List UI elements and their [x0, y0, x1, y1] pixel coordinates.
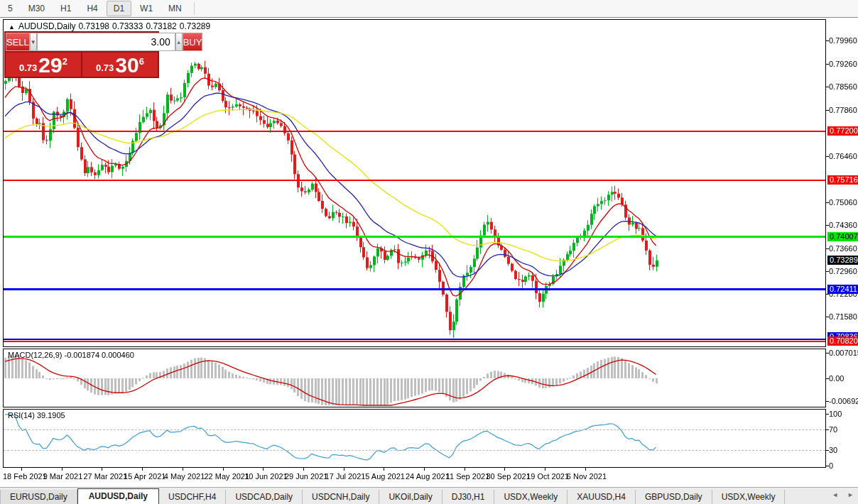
price-level-label: 0.75716: [827, 175, 858, 185]
price-tick-label: 0.79960: [829, 36, 857, 45]
price-tick-label: 0.72960: [829, 267, 857, 275]
tab-scroll-right-icon[interactable]: ►: [847, 491, 854, 498]
rsi-scale-label: 30: [829, 446, 837, 454]
chart-tab-usdcad-daily[interactable]: USDCAD,Daily: [226, 490, 303, 504]
one-click-trading-panel: SELL ▼ ▲ BUY 0.73 29 2 0.73 30 6: [4, 31, 159, 78]
ohlc-open: 0.73198: [79, 21, 109, 31]
price-level-line[interactable]: [4, 288, 825, 290]
ohlc-high: 0.73333: [112, 21, 143, 31]
date-tick-mark: [183, 468, 183, 471]
date-tick-mark: [585, 468, 586, 471]
date-axis-label[interactable]: 29 Jun 2021: [285, 472, 328, 481]
price-level-line[interactable]: [4, 180, 825, 181]
price-tick-label: 0.75060: [829, 198, 857, 207]
chart-symbol-title: ▲AUDUSD,Daily0.731980.733330.731820.7328…: [9, 21, 213, 31]
volume-input[interactable]: [37, 33, 175, 51]
date-axis-label[interactable]: 19 Oct 2021: [526, 472, 569, 481]
sell-button[interactable]: SELL: [6, 33, 30, 51]
symbol-label: AUDUSD,Daily: [18, 21, 76, 31]
collapse-triangle-icon[interactable]: ▲: [9, 23, 15, 31]
date-tick-mark: [21, 468, 22, 471]
price-level-label: 0.70820: [827, 336, 858, 346]
date-tick-mark: [263, 468, 264, 471]
chart-tab-ukoil-daily[interactable]: UKOil,Daily: [379, 490, 442, 504]
date-tick-mark: [545, 468, 545, 471]
price-tick-label: 0.74360: [829, 221, 857, 229]
macd-indicator-label: MACD(12,26,9) -0.001874 0.000460: [8, 351, 134, 359]
price-level-label: 0.77200: [827, 126, 858, 136]
volume-decrease-button[interactable]: ▼: [30, 33, 37, 51]
price-tick-label: 0.78560: [829, 82, 857, 91]
price-tick-label: 0.79260: [829, 60, 857, 68]
sell-price-small: 0.73: [19, 61, 37, 75]
buy-price-sup: 6: [139, 56, 144, 67]
rsi-level-line: [4, 429, 825, 430]
price-level-label: 0.74007: [827, 232, 858, 241]
date-axis-label[interactable]: 30 Sep 2021: [486, 472, 530, 481]
date-axis-label[interactable]: 10 Jun 2021: [244, 472, 288, 481]
macd-scale-label: 0.007015: [829, 349, 858, 357]
price-tick-label: 0.71580: [829, 312, 857, 321]
date-axis-label[interactable]: 27 Mar 2021: [83, 472, 127, 481]
chart-tab-usdchf-h4[interactable]: USDCHF,H4: [159, 490, 226, 504]
price-level-line[interactable]: [4, 341, 825, 342]
rsi-level-line: [4, 450, 825, 451]
chart-tab-audusd-daily[interactable]: AUDUSD,Daily: [77, 488, 159, 504]
date-axis-label[interactable]: 18 Feb 2021: [3, 472, 47, 481]
date-tick-mark: [102, 468, 102, 471]
trading-platform-window: 5M30H1H4D1W1MN ▲AUDUSD,Daily0.731980.733…: [0, 0, 858, 504]
date-axis-label[interactable]: 17 Jul 2021: [325, 472, 366, 481]
buy-button[interactable]: BUY: [183, 33, 203, 51]
buy-price-big: 30: [115, 55, 139, 75]
date-tick-mark: [62, 468, 63, 471]
chart-tab-usdcnh-daily[interactable]: USDCNH,Daily: [303, 490, 379, 504]
ohlc-low: 0.73182: [146, 21, 176, 31]
buy-price-display[interactable]: 0.73 30 6: [82, 53, 158, 77]
sell-price-sup: 2: [63, 56, 67, 67]
date-tick-mark: [303, 468, 304, 471]
price-level-line[interactable]: [4, 236, 825, 238]
date-axis-label[interactable]: 24 Aug 2021: [406, 472, 450, 481]
buy-price-small: 0.73: [96, 61, 114, 75]
chart-tab-gbpusd-daily[interactable]: GBPUSD,Daily: [636, 490, 712, 504]
date-tick-mark: [344, 468, 344, 471]
date-axis-label[interactable]: 22 May 2021: [205, 472, 250, 481]
chart-tab-usdx-weekly[interactable]: USDX,Weekly: [494, 490, 568, 504]
tab-scroll-nav: ◄►: [832, 491, 854, 498]
macd-scale-label: 0.00: [829, 374, 844, 383]
sell-price-big: 29: [38, 55, 62, 75]
date-axis-label[interactable]: 9 Mar 2021: [43, 472, 83, 481]
date-axis-label[interactable]: 5 Aug 2021: [365, 472, 405, 481]
macd-scale-label: -0.006923: [829, 397, 858, 405]
up-arrow-icon: ▲: [176, 39, 182, 45]
down-arrow-icon: ▼: [31, 39, 36, 45]
date-tick-mark: [223, 468, 224, 471]
rsi-scale-label: 100: [829, 410, 842, 418]
price-tick-label: 0.73660: [829, 244, 857, 253]
price-level-line[interactable]: [4, 131, 825, 132]
date-tick-mark: [142, 468, 143, 471]
tab-scroll-left-icon[interactable]: ◄: [832, 491, 838, 498]
date-axis-label[interactable]: 6 Nov 2021: [567, 472, 607, 481]
price-tick-label: 0.77860: [829, 106, 857, 114]
sell-price-display[interactable]: 0.73 29 2: [6, 53, 81, 77]
price-level-line[interactable]: [4, 339, 825, 340]
ohlc-close: 0.73289: [180, 21, 210, 31]
chart-tab-dj30-h1[interactable]: DJ30,H1: [442, 490, 495, 504]
date-axis-label[interactable]: 15 Apr 2021: [124, 472, 165, 481]
date-axis-label[interactable]: 11 Sep 2021: [446, 472, 490, 481]
chart-tab-eurusd-daily[interactable]: EURUSD,Daily: [0, 490, 77, 504]
rsi-indicator-label: RSI(14) 39.1905: [8, 411, 65, 420]
chart-tab-bar: EURUSD,DailyAUDUSD,DailyUSDCHF,H4USDCAD,…: [0, 487, 858, 504]
date-axis-label[interactable]: 4 May 2021: [164, 472, 205, 481]
price-level-label: 0.72411: [827, 285, 858, 294]
rsi-scale-label: 0: [829, 461, 833, 470]
volume-increase-button[interactable]: ▲: [175, 33, 183, 51]
current-price-label: 0.73289: [827, 256, 858, 265]
date-tick-mark: [384, 468, 384, 471]
chart-tab-xauusd-h4[interactable]: XAUUSD,H4: [568, 490, 636, 504]
chart-tab-usdx-weekly[interactable]: USDX,Weekly: [712, 490, 786, 504]
price-tick-label: 0.76460: [829, 152, 857, 160]
date-tick-mark: [465, 468, 465, 471]
rsi-scale-label: 70: [829, 425, 837, 434]
